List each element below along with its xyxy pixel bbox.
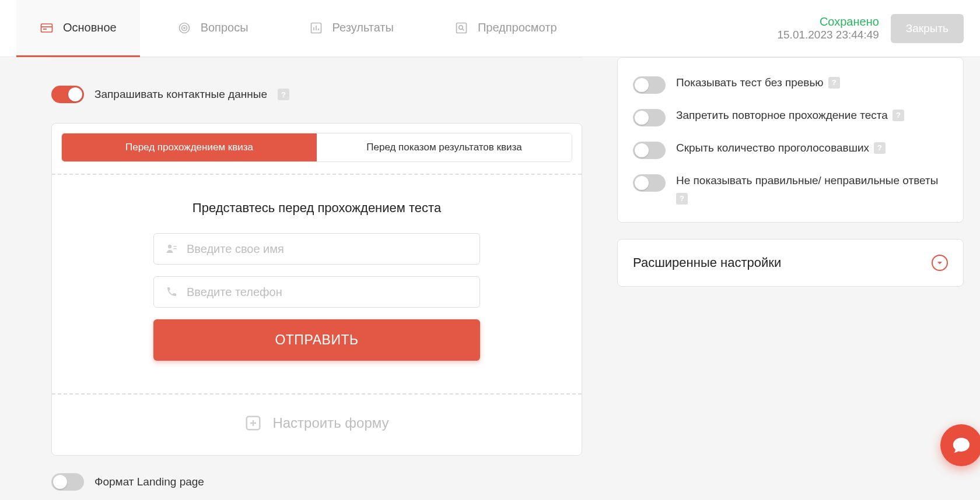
toggle-hide-vote-count[interactable] bbox=[633, 142, 666, 159]
phone-icon bbox=[164, 285, 178, 299]
svg-point-13 bbox=[168, 245, 172, 248]
svg-point-5 bbox=[184, 27, 185, 29]
save-label: Сохранено bbox=[777, 15, 878, 29]
card-icon bbox=[40, 21, 54, 35]
contact-form-card: Перед прохождением квиза Перед показом р… bbox=[51, 123, 582, 456]
tab-results[interactable]: Результаты bbox=[286, 0, 417, 57]
divider bbox=[51, 57, 582, 58]
name-field[interactable]: Введите свое имя bbox=[153, 233, 480, 265]
toggle-disallow-retake[interactable] bbox=[633, 109, 666, 126]
svg-rect-0 bbox=[41, 24, 52, 32]
tab-questions-label: Вопросы bbox=[201, 21, 249, 34]
tab-questions[interactable]: Вопросы bbox=[154, 0, 272, 57]
toggle-landing-format[interactable] bbox=[51, 473, 84, 491]
help-icon[interactable]: ? bbox=[892, 110, 904, 121]
configure-form-label: Настроить форму bbox=[272, 415, 388, 431]
target-icon bbox=[177, 21, 191, 35]
opt-hide-vote-count-label: Скрыть количество проголосовавших bbox=[676, 140, 869, 156]
help-icon[interactable]: ? bbox=[676, 193, 688, 205]
help-icon[interactable]: ? bbox=[278, 89, 289, 100]
tab-preview[interactable]: Предпросмотр bbox=[431, 0, 580, 57]
user-icon bbox=[164, 242, 178, 256]
plus-square-icon bbox=[244, 414, 262, 432]
tab-preview-label: Предпросмотр bbox=[478, 21, 557, 34]
toggle-request-contact[interactable] bbox=[51, 86, 84, 103]
landing-format-label: Формат Landing page bbox=[94, 476, 204, 488]
opt-hide-correctness-label: Не показывать правильные/ неправильные о… bbox=[676, 173, 938, 188]
save-status: Сохранено 15.01.2023 23:44:49 bbox=[777, 15, 878, 41]
chat-fab[interactable] bbox=[940, 424, 980, 466]
toggle-hide-correctness[interactable] bbox=[633, 174, 666, 192]
segmented-control: Перед прохождением квиза Перед показом р… bbox=[61, 133, 572, 162]
submit-button[interactable]: ОТПРАВИТЬ bbox=[153, 319, 480, 361]
save-time: 15.01.2023 23:44:49 bbox=[777, 29, 878, 41]
form-title: Представтесь перед прохождением теста bbox=[75, 200, 558, 216]
segment-before-quiz[interactable]: Перед прохождением квиза bbox=[62, 133, 317, 161]
options-panel: Показывать тест без превью ? Запретить п… bbox=[617, 57, 964, 223]
phone-field[interactable]: Введите телефон bbox=[153, 276, 480, 308]
magnify-icon bbox=[454, 21, 468, 35]
tab-results-label: Результаты bbox=[332, 21, 394, 34]
tab-main[interactable]: Основное bbox=[16, 0, 140, 57]
svg-rect-14 bbox=[173, 246, 177, 247]
help-icon[interactable]: ? bbox=[828, 77, 840, 89]
name-placeholder: Введите свое имя bbox=[187, 242, 284, 256]
chevron-down-icon bbox=[932, 255, 948, 271]
tab-main-label: Основное bbox=[63, 21, 117, 34]
topbar-right: Сохранено 15.01.2023 23:44:49 Закрыть bbox=[777, 0, 964, 57]
chart-icon bbox=[309, 21, 323, 35]
advanced-settings-label: Расширенные настройки bbox=[633, 255, 781, 270]
phone-placeholder: Введите телефон bbox=[187, 286, 282, 299]
configure-form-button[interactable]: Настроить форму bbox=[52, 395, 582, 455]
opt-no-preview-label: Показывать тест без превью bbox=[676, 75, 824, 90]
form-preview: Представтесь перед прохождением теста Вв… bbox=[52, 175, 582, 382]
segment-before-results[interactable]: Перед показом результатов квиза bbox=[317, 133, 572, 161]
toggle-no-preview[interactable] bbox=[633, 76, 666, 94]
svg-line-12 bbox=[462, 29, 464, 30]
request-contact-label: Запрашивать контактные данные bbox=[94, 88, 267, 101]
close-button[interactable]: Закрыть bbox=[891, 14, 964, 43]
svg-rect-15 bbox=[173, 248, 177, 249]
help-icon[interactable]: ? bbox=[874, 142, 886, 154]
top-tabs: Основное Вопросы Результаты Предпросмотр… bbox=[0, 0, 980, 57]
advanced-settings-toggle[interactable]: Расширенные настройки bbox=[617, 239, 964, 287]
opt-disallow-retake-label: Запретить повторное прохождение теста bbox=[676, 108, 888, 123]
svg-rect-10 bbox=[456, 23, 466, 33]
